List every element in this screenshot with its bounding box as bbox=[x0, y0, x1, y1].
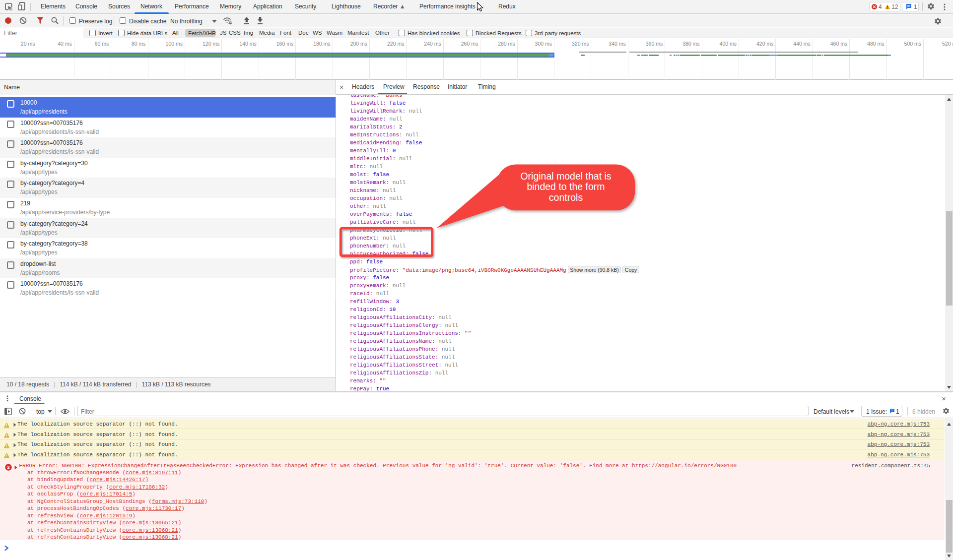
svg-text:Original model that is: Original model that is bbox=[520, 171, 611, 182]
svg-text:2: 2 bbox=[7, 464, 9, 470]
svg-text:controls: controls bbox=[549, 192, 583, 203]
svg-text:binded to the form: binded to the form bbox=[527, 181, 605, 192]
